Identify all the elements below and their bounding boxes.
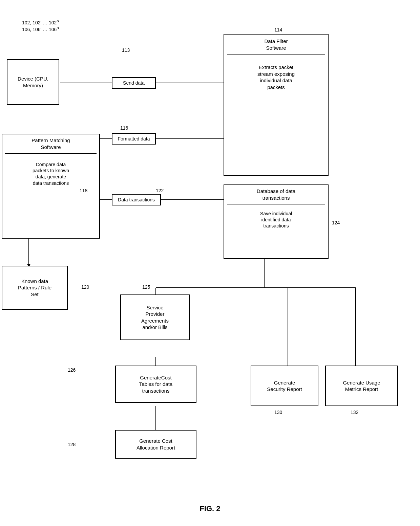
send-data-label: Send data: [123, 80, 145, 86]
service-provider-box: ServiceProviderAgreementsand/or Bills: [120, 294, 190, 340]
ref-116: 116: [120, 125, 128, 131]
pattern-matching-top-label: Pattern MatchingSoftware: [31, 137, 70, 152]
known-data-box: Known dataPatterns / RuleSet: [2, 266, 68, 310]
data-filter-divider: [227, 54, 325, 54]
generate-cost-allocation-label: Generate CostAllocation Report: [136, 438, 175, 451]
database-divider: [227, 204, 325, 204]
data-filter-bottom-label: Extracts packetstream exposingindividual…: [257, 63, 295, 90]
generate-cost-allocation-box: Generate CostAllocation Report: [115, 430, 196, 459]
generate-usage-label: Generate UsageMetrics Report: [343, 379, 380, 393]
send-data-box: Send data: [112, 77, 156, 89]
generate-usage-box: Generate UsageMetrics Report: [325, 366, 398, 406]
pattern-matching-divider: [5, 153, 97, 154]
ref-122: 122: [156, 188, 164, 193]
data-filter-top-label: Data FilterSoftware: [264, 38, 288, 52]
ref-124: 124: [332, 220, 340, 225]
service-provider-label: ServiceProviderAgreementsand/or Bills: [141, 304, 169, 331]
device-box: Device (CPU, Memory): [7, 59, 59, 105]
data-transactions-box: Data transactions: [112, 194, 161, 205]
device-label: Device (CPU, Memory): [10, 75, 56, 89]
ref-130: 130: [274, 410, 282, 415]
database-bottom-label: Save individualidentified datatransactio…: [260, 209, 292, 229]
ref-132: 132: [351, 410, 358, 415]
ref-126: 126: [68, 367, 76, 373]
diagram: 102, 102' … 102n106, 106' … 106n Device …: [0, 0, 420, 526]
formatted-data-box: Formatted data: [112, 133, 156, 145]
generate-security-label: GenerateSecurity Report: [267, 379, 302, 393]
generate-security-box: GenerateSecurity Report: [251, 366, 318, 406]
ref-label-top: 102, 102' … 102n106, 106' … 106n: [22, 19, 59, 32]
ref-114: 114: [274, 27, 282, 32]
known-data-label: Known dataPatterns / RuleSet: [18, 278, 51, 298]
generate-cost-tables-label: GenerateCostTables for datatransactions: [139, 374, 172, 394]
ref-128: 128: [68, 442, 76, 447]
pattern-matching-bottom-label: Compare datapackets to knowndata; genera…: [33, 160, 69, 186]
ref-125: 125: [142, 284, 150, 290]
ref-113: 113: [122, 47, 130, 53]
pattern-matching-box: Pattern MatchingSoftware Compare datapac…: [2, 134, 100, 239]
fig-label: FIG. 2: [176, 504, 244, 513]
ref-118: 118: [80, 188, 87, 193]
generate-cost-tables-box: GenerateCostTables for datatransactions: [115, 366, 196, 403]
ref-120: 120: [81, 284, 89, 290]
arrows-layer: [0, 0, 420, 526]
data-transactions-label: Data transactions: [118, 197, 155, 203]
database-top-label: Database of datatransactions: [257, 188, 295, 202]
database-box: Database of datatransactions Save indivi…: [224, 184, 329, 259]
formatted-data-label: Formatted data: [118, 136, 150, 142]
data-filter-box: Data FilterSoftware Extracts packetstrea…: [224, 34, 329, 176]
